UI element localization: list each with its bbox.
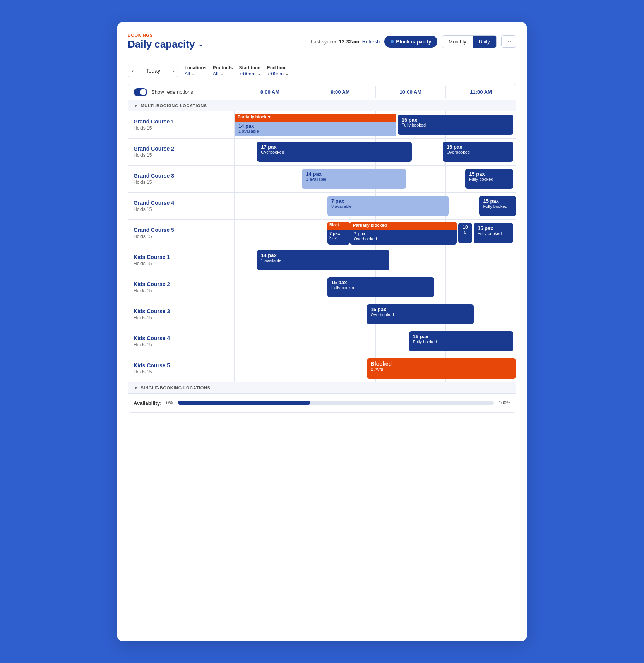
course-name: Grand Course 2 [134,146,229,152]
show-redemptions-toggle[interactable] [134,88,147,96]
course-timeline: Block. 7 pax 8 av. Partially blocked 7 p… [235,220,516,247]
table-row: Kids Course 5 Holds 15 Blocked 0 Avail. [128,355,516,382]
booking-block[interactable]: 16 pax Overbooked [443,142,513,162]
booking-block[interactable]: 7 pax Overbooked [350,230,457,245]
course-name: Grand Course 3 [134,173,229,179]
course-name: Grand Course 4 [134,200,229,206]
toggle-knob [140,89,146,95]
time-header-row: Show redemptions 8:00 AM 9:00 AM 10:00 A… [128,84,516,100]
booking-block[interactable]: Partially blocked [235,114,396,122]
time-columns-header: 8:00 AM 9:00 AM 10:00 AM 11:00 AM [235,86,516,98]
booking-block[interactable]: 15 pax Fully booked [474,223,513,243]
booking-block[interactable]: Partially blocked [350,222,457,230]
end-time-filter: End time 7:00pm ⌄ [267,65,289,77]
time-cell [235,355,305,382]
course-name: Grand Course 1 [134,118,229,125]
section-chevron-icon[interactable]: ▼ [134,385,139,391]
time-cell [235,193,305,219]
course-capacity: Holds 15 [134,369,229,375]
block-capacity-dot-icon [391,40,394,43]
course-name: Kids Course 5 [134,362,229,368]
booking-block[interactable]: 15 pax Overbooked [367,304,474,324]
booking-block[interactable]: 15 pax Fully booked [398,115,513,135]
end-time-select[interactable]: 7:00pm ⌄ [267,71,289,77]
booking-block[interactable]: 14 pax 1 available [302,169,406,189]
course-info: Kids Course 1 Holds 15 [128,247,235,274]
refresh-button[interactable]: Refresh [362,39,380,45]
sync-info: Last synced 12:32am Refresh [311,39,380,45]
course-capacity: Holds 15 [134,152,229,158]
next-date-button[interactable]: › [168,65,178,77]
end-time-label: End time [267,65,289,70]
monthly-button[interactable]: Monthly [442,36,473,48]
booking-block[interactable]: Block. [327,222,350,230]
course-info: Grand Course 4 Holds 15 [128,193,235,219]
show-redemptions-toggle-area: Show redemptions [128,84,235,100]
products-filter: Products All ⌄ [212,65,233,77]
show-redemptions-label: Show redemptions [151,89,193,95]
products-select[interactable]: All ⌄ [212,71,233,77]
course-timeline: 17 pax Overbooked 16 pax Overbooked [235,139,516,165]
locations-select[interactable]: All ⌄ [185,71,207,77]
locations-filter: Locations All ⌄ [185,65,207,77]
time-col-3: 10:00 AM [375,86,446,98]
start-time-select[interactable]: 7:00am ⌄ [239,71,260,77]
title-dropdown-icon[interactable]: ⌄ [198,40,204,48]
table-row: Grand Course 5 Holds 15 Block. 7 pax 8 a… [128,220,516,247]
course-timeline: Blocked 0 Avail. [235,355,516,382]
booking-block[interactable]: 7 pax 8 av. [327,230,350,245]
time-cell [235,301,305,328]
date-label: Today [138,65,168,77]
course-capacity: Holds 15 [134,234,229,239]
booking-block[interactable]: Blocked 0 Avail. [367,358,516,379]
timeline-area: Show redemptions 8:00 AM 9:00 AM 10:00 A… [128,84,516,413]
header-left: BOOKINGS Daily capacity ⌄ [128,33,204,50]
table-row: Kids Course 3 Holds 15 15 pax Overbooked [128,301,516,328]
booking-block[interactable]: 10 5 [458,223,472,243]
course-capacity: Holds 15 [134,261,229,266]
time-cell [235,220,305,247]
booking-block[interactable]: 17 pax Overbooked [257,142,412,162]
products-caret-icon: ⌄ [220,71,223,76]
course-info: Grand Course 5 Holds 15 [128,220,235,247]
course-capacity: Holds 15 [134,315,229,320]
booking-block[interactable]: 14 pax 1 available [257,250,389,270]
course-timeline: 15 pax Fully booked [235,328,516,355]
booking-block[interactable]: 14 pax 1 available [235,122,396,136]
course-capacity: Holds 15 [134,180,229,185]
section-multi-label: ▼ MULTI-BOOKING LOCATIONS [134,103,240,108]
section-chevron-icon[interactable]: ▼ [134,103,139,108]
availability-min: 0% [166,400,173,406]
availability-label: Availability: [134,400,161,406]
booking-block[interactable]: 15 pax Fully booked [465,169,513,189]
bookings-label: BOOKINGS [128,33,204,38]
availability-fill [178,401,310,405]
course-info: Kids Course 5 Holds 15 [128,355,235,382]
course-timeline: 15 pax Fully booked [235,274,516,301]
header-right: Last synced 12:32am Refresh Block capaci… [311,35,516,48]
time-cell [235,328,305,355]
booking-block[interactable]: 15 pax Fully booked [409,331,513,351]
booking-block[interactable]: 15 pax Fully booked [327,277,434,297]
course-info: Kids Course 3 Holds 15 [128,301,235,328]
booking-block[interactable]: 15 pax Fully booked [479,196,516,216]
table-row: Grand Course 3 Holds 15 14 pax 1 availab… [128,166,516,193]
locations-label: Locations [185,65,207,70]
course-timeline: 14 pax 1 available 15 pax Fully booked [235,166,516,192]
course-timeline: Partially blocked 14 pax 1 available 15 … [235,111,516,138]
main-card: BOOKINGS Daily capacity ⌄ Last synced 12… [117,22,527,641]
course-info: Kids Course 4 Holds 15 [128,328,235,355]
more-options-button[interactable]: ··· [501,35,516,48]
section-multi-booking: ▼ MULTI-BOOKING LOCATIONS [128,100,516,111]
daily-button[interactable]: Daily [473,36,496,48]
filter-bar: ‹ Today › Locations All ⌄ Products All ⌄… [128,65,516,77]
time-col-2: 9:00 AM [305,86,375,98]
block-capacity-button[interactable]: Block capacity [384,36,437,48]
prev-date-button[interactable]: ‹ [128,65,138,77]
booking-block[interactable]: 7 pax 8 available [327,196,449,216]
course-info: Grand Course 3 Holds 15 [128,166,235,192]
time-cell [445,274,516,301]
course-timeline: 14 pax 1 available [235,247,516,274]
time-cell [445,247,516,274]
header: BOOKINGS Daily capacity ⌄ Last synced 12… [128,33,516,50]
